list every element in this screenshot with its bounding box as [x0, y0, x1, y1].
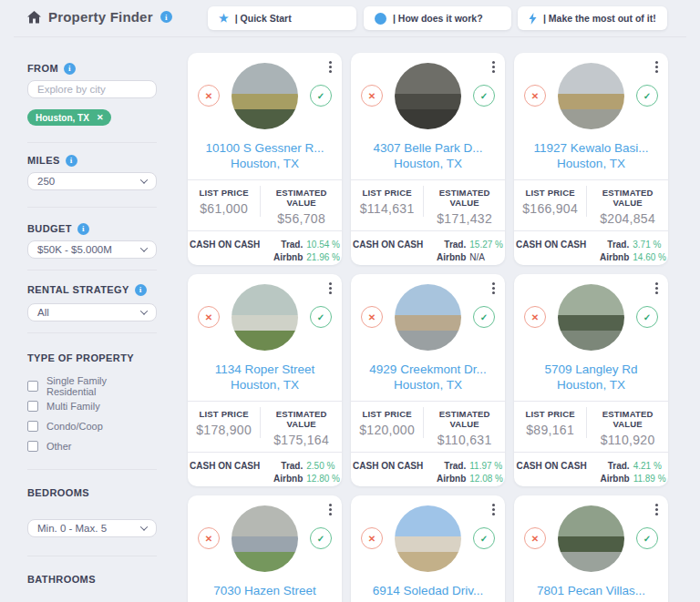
address-city-link[interactable]: Houston, TX [188, 377, 342, 393]
trad-value: 4.21 % [633, 460, 662, 473]
cash-on-cash-label: CASH ON CASH [190, 460, 260, 485]
accept-property-button[interactable]: ✓ [636, 306, 658, 328]
card-menu-icon[interactable] [490, 502, 497, 517]
how-does-it-work-button[interactable]: ? | How does it work? [364, 6, 511, 30]
photo-row: ✕ ✓ [514, 502, 668, 575]
address-street-link[interactable]: 1134 Roper Street [188, 362, 342, 377]
card-menu-icon[interactable] [327, 502, 334, 517]
card-menu-icon[interactable] [327, 59, 334, 75]
reject-property-button[interactable]: ✕ [198, 306, 220, 328]
checkbox-icon[interactable] [27, 441, 38, 452]
accept-property-button[interactable]: ✓ [473, 527, 495, 549]
address-city-link[interactable]: Houston, TX [188, 598, 342, 602]
checkbox-condo-coop[interactable]: Condo/Coop [27, 419, 157, 433]
address-city-link[interactable]: Houston, TX [514, 598, 668, 602]
make-the-most-button[interactable]: | Make the most out of it! [518, 6, 667, 30]
property-photo[interactable] [232, 63, 298, 129]
checkbox-label: Condo/Coop [46, 421, 103, 432]
address-city-link[interactable]: Houston, TX [514, 377, 668, 393]
info-icon[interactable]: i [135, 284, 147, 296]
address-street-link[interactable]: 4929 Creekmont Dr... [351, 362, 505, 377]
city-tag[interactable]: Houston, TX ✕ [27, 109, 111, 126]
rental-strategy-select[interactable]: All [27, 303, 157, 321]
x-icon: ✕ [368, 91, 376, 101]
rental-strategy-label: RENTAL STRATEGY [27, 284, 129, 295]
address-city-link[interactable]: Houston, TX [351, 156, 505, 171]
property-photo[interactable] [395, 63, 461, 129]
checkbox-single-family[interactable]: Single Family Residential [27, 379, 157, 393]
reject-property-button[interactable]: ✕ [361, 306, 383, 328]
address-street-link[interactable]: 4307 Belle Park D... [351, 140, 505, 156]
checkbox-multi-family[interactable]: Multi Family [27, 399, 157, 413]
property-photo[interactable] [232, 505, 298, 572]
accept-property-button[interactable]: ✓ [310, 306, 332, 328]
estimated-value-label: ESTIMATED VALUE [587, 409, 668, 429]
reject-property-button[interactable]: ✕ [524, 306, 546, 328]
miles-label: MILES [27, 155, 60, 166]
property-address: 7030 Hazen Street Houston, TX [188, 583, 342, 602]
card-menu-icon[interactable] [654, 502, 660, 517]
list-price-value: $114,631 [351, 201, 423, 216]
budget-select[interactable]: $50K - $5.000M [27, 240, 157, 259]
reject-property-button[interactable]: ✕ [198, 85, 220, 107]
reject-property-button[interactable]: ✕ [198, 527, 220, 549]
photo-row: ✕ ✓ [514, 281, 668, 353]
estimated-value-label: ESTIMATED VALUE [424, 409, 505, 429]
address-street-link[interactable]: 7030 Hazen Street [188, 583, 342, 598]
card-menu-icon[interactable] [490, 59, 497, 75]
address-street-link[interactable]: 6914 Soledad Driv... [351, 583, 505, 598]
list-price-label: LIST PRICE [514, 188, 586, 198]
checkbox-other[interactable]: Other [27, 439, 157, 453]
reject-property-button[interactable]: ✕ [361, 85, 383, 107]
card-menu-icon[interactable] [654, 59, 660, 75]
address-city-link[interactable]: Houston, TX [351, 598, 505, 602]
estimated-value-label: ESTIMATED VALUE [261, 188, 342, 208]
accept-property-button[interactable]: ✓ [310, 527, 332, 549]
bedrooms-select[interactable]: Min. 0 - Max. 5 [27, 519, 157, 537]
address-street-link[interactable]: 10100 S Gessner R... [188, 140, 342, 156]
trad-label: Trad. [266, 239, 303, 251]
estimated-value-label: ESTIMATED VALUE [424, 188, 505, 208]
card-menu-icon[interactable] [490, 281, 497, 296]
checkbox-label: Other [46, 441, 72, 452]
accept-property-button[interactable]: ✓ [310, 85, 332, 107]
address-city-link[interactable]: Houston, TX [514, 156, 668, 171]
miles-select[interactable]: 250 [27, 172, 157, 190]
accept-property-button[interactable]: ✓ [636, 85, 658, 107]
checkbox-icon[interactable] [27, 381, 38, 392]
address-street-link[interactable]: 11927 Kewalo Basi... [514, 140, 668, 156]
info-icon[interactable]: i [77, 223, 89, 235]
property-photo[interactable] [232, 284, 298, 351]
x-icon: ✕ [368, 534, 376, 544]
property-photo[interactable] [558, 505, 624, 572]
card-menu-icon[interactable] [327, 281, 334, 296]
address-street-link[interactable]: 5709 Langley Rd [514, 362, 668, 377]
property-photo[interactable] [558, 63, 624, 129]
info-icon[interactable]: i [64, 63, 76, 75]
airbnb-value: 12.80 % [306, 473, 340, 485]
photo-row: ✕ ✓ [188, 502, 342, 575]
info-icon[interactable]: i [160, 11, 172, 23]
address-city-link[interactable]: Houston, TX [351, 377, 505, 393]
property-address: 1134 Roper Street Houston, TX [188, 362, 342, 393]
reject-property-button[interactable]: ✕ [524, 85, 546, 107]
info-icon[interactable]: i [66, 155, 77, 167]
quick-start-button[interactable]: ★ | Quick Start [208, 6, 356, 30]
remove-tag-icon[interactable]: ✕ [97, 113, 104, 122]
property-photo[interactable] [558, 284, 624, 351]
property-photo[interactable] [395, 505, 461, 572]
accept-property-button[interactable]: ✓ [473, 85, 495, 107]
checkbox-icon[interactable] [27, 401, 38, 412]
accept-property-button[interactable]: ✓ [473, 306, 495, 328]
property-photo[interactable] [395, 284, 461, 351]
home-icon[interactable] [27, 11, 41, 24]
card-menu-icon[interactable] [654, 281, 660, 296]
star-icon: ★ [219, 13, 229, 24]
city-search-input[interactable] [27, 80, 157, 98]
address-street-link[interactable]: 7801 Pecan Villas... [514, 583, 668, 598]
address-city-link[interactable]: Houston, TX [188, 156, 342, 171]
reject-property-button[interactable]: ✕ [361, 527, 383, 549]
reject-property-button[interactable]: ✕ [524, 527, 546, 549]
accept-property-button[interactable]: ✓ [636, 527, 658, 549]
checkbox-icon[interactable] [27, 421, 38, 432]
